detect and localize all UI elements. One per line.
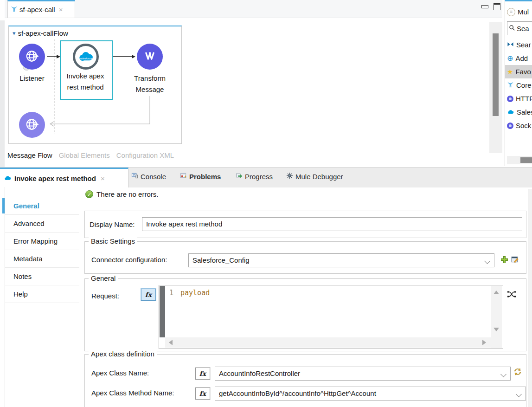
left-gutter [0, 20, 5, 167]
search-icon [509, 25, 515, 32]
sidebar-item-notes[interactable]: Notes [5, 268, 79, 285]
sidebar-item-help[interactable]: Help [5, 285, 79, 303]
view-menu-icon[interactable]: ≡ [507, 8, 515, 16]
apex-class-fx-button[interactable]: fx [195, 368, 210, 380]
sidebar-item-metadata[interactable]: Metadata [5, 250, 79, 268]
salesforce-cloud-icon: salesforce [77, 51, 95, 63]
code-payload[interactable]: payload [180, 289, 210, 297]
basic-settings-legend: Basic Settings [89, 237, 137, 245]
success-check-icon: ✓ [85, 190, 93, 198]
line-number: 1 [169, 289, 173, 297]
chevron-down-icon[interactable] [516, 391, 522, 397]
display-name-input[interactable]: Invoke apex rest method [142, 217, 522, 231]
mule-core-icon [507, 81, 514, 90]
mule-palette: ≡ Mul Sea Sear ⊕ Add ★ Favo Co [505, 0, 532, 166]
tab-mule-debugger[interactable]: Mule Debugger [286, 172, 343, 181]
request-label: Request: [91, 289, 119, 303]
tab-console[interactable]: Console [131, 172, 166, 181]
refresh-metadata-button[interactable] [513, 368, 522, 377]
tab-close-icon[interactable]: × [101, 174, 105, 182]
apex-method-fx-button[interactable]: fx [195, 388, 210, 400]
tab-close-icon[interactable]: × [59, 6, 63, 13]
palette-item-salesforce[interactable]: Sales [505, 105, 532, 119]
invoke-apex-label-line2: rest method [60, 83, 111, 91]
editor-tab-title: sf-apex-call [19, 6, 55, 13]
salesforce-cloud-icon [507, 108, 514, 116]
exchange-icon [507, 41, 514, 49]
maximize-button[interactable] [494, 3, 500, 10]
scroll-down-arrow[interactable] [494, 328, 499, 331]
invoke-apex-node[interactable]: salesforce [73, 44, 99, 70]
palette-scrollbar[interactable] [507, 156, 532, 164]
http-connector-icon [507, 96, 513, 102]
problems-icon [180, 172, 187, 181]
listener-node[interactable] [19, 44, 45, 70]
tab-global-elements[interactable]: Global Elements [59, 151, 110, 159]
transform-message-node[interactable] [137, 44, 163, 70]
tab-configuration-xml[interactable]: Configuration XML [116, 151, 174, 159]
anypoint-studio-window: sf-apex-call × ▾ sf-apex-callFlow ↻ [0, 0, 532, 407]
chevron-down-icon[interactable] [500, 371, 506, 377]
tab-progress[interactable]: Progress [236, 172, 273, 181]
code-hscrollbar[interactable] [165, 337, 491, 348]
flow-canvas: ▾ sf-apex-callFlow ↻ Listener salesfo [8, 26, 182, 144]
sidebar-item-error-mapping[interactable]: Error Mapping [5, 233, 79, 250]
palette-item-sockets[interactable]: Sock [505, 119, 532, 132]
display-name-label: Display Name: [90, 218, 135, 231]
apex-method-name-combo[interactable]: getAccountInfoById^/accountInfo^HttpGet^… [215, 387, 526, 401]
palette-search-box[interactable]: Sea [507, 21, 532, 35]
globe-arrow-icon [25, 49, 39, 65]
sidebar-item-general[interactable]: General [5, 197, 79, 215]
edit-config-button[interactable] [511, 255, 519, 265]
dataweave-icon [143, 49, 157, 65]
apex-class-legend: Apex class definition [89, 350, 157, 358]
transform-label-line2: Message [127, 85, 173, 93]
status-text: There are no errors. [96, 190, 158, 198]
editor-footer-tabs: Message Flow Global Elements Configurati… [7, 151, 174, 159]
palette-header[interactable]: ≡ Mul [505, 5, 532, 19]
apex-class-group: Apex class definition Apex Class Name: f… [84, 354, 526, 407]
editor-tab-strip: sf-apex-call × [5, 0, 502, 18]
datasense-mapping-button[interactable] [507, 290, 516, 300]
editor-scrollbar-thumb[interactable] [493, 33, 499, 116]
palette-title: Mul [518, 8, 529, 16]
scroll-up-arrow[interactable] [494, 291, 499, 294]
status-row: ✓ There are no errors. [85, 190, 158, 198]
code-vscrollbar[interactable] [491, 286, 502, 348]
palette-item-core[interactable]: Core [505, 78, 532, 92]
request-code-editor[interactable]: 1 payload [159, 285, 503, 349]
minimize-button[interactable] [481, 5, 488, 8]
palette-item-favorites[interactable]: ★ Favo [505, 65, 532, 78]
properties-sidebar: General Advanced Error Mapping Metadata … [5, 197, 79, 303]
palette-item-search-exchange[interactable]: Sear [505, 38, 532, 52]
debugger-icon [286, 172, 293, 181]
editor-scrollbar[interactable] [489, 22, 502, 153]
editor-tab-sf-apex-call[interactable]: sf-apex-call × [7, 0, 75, 18]
tab-problems[interactable]: Problems [180, 172, 221, 181]
general-legend: General [89, 274, 118, 282]
console-icon [131, 172, 138, 181]
sockets-connector-icon [507, 123, 513, 129]
circle-plus-icon: ⊕ [507, 54, 513, 63]
scroll-left-arrow[interactable] [169, 340, 173, 345]
palette-item-add-modules[interactable]: ⊕ Add [505, 52, 532, 65]
scroll-right-arrow[interactable] [482, 340, 486, 345]
chevron-down-icon[interactable] [484, 258, 490, 264]
add-config-button[interactable] [500, 256, 508, 265]
properties-tab-invoke-apex[interactable]: Invoke apex rest method × [0, 168, 128, 187]
transform-label-line1: Transform [127, 74, 173, 82]
salesforce-cloud-icon [4, 174, 12, 182]
properties-scrollbar[interactable] [528, 189, 532, 407]
palette-scrollbar-thumb[interactable] [520, 157, 532, 163]
apex-class-name-combo[interactable]: AccountInfoRestController [215, 367, 511, 381]
connector-config-label: Connector configuration: [91, 253, 167, 267]
http-response-node[interactable] [19, 112, 45, 138]
request-fx-button[interactable]: fx [141, 289, 156, 301]
palette-item-http[interactable]: HTTP [505, 92, 532, 105]
palette-search-text: Sea [517, 25, 529, 32]
globe-arrow-icon [25, 117, 39, 133]
salesforce-wordmark: salesforce [77, 57, 95, 60]
tab-message-flow[interactable]: Message Flow [7, 151, 52, 159]
connector-config-combo[interactable]: Salesforce_Config [188, 253, 494, 267]
sidebar-item-advanced[interactable]: Advanced [5, 215, 79, 233]
